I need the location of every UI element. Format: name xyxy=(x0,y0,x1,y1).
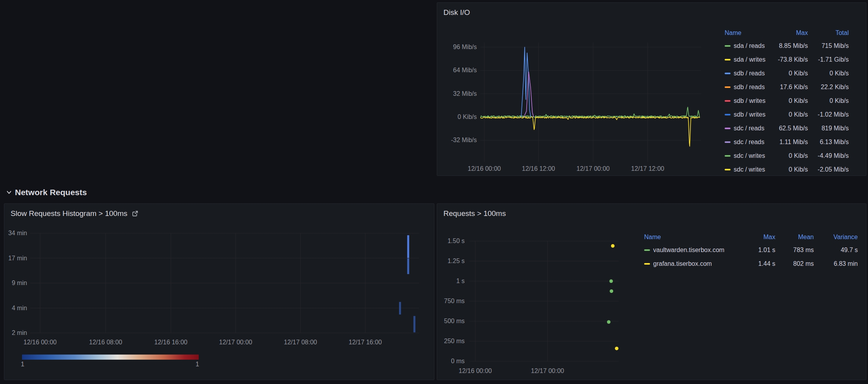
axis-tick-label: 12/16 00:00 xyxy=(459,368,492,374)
panel-title-disk-io[interactable]: Disk I/O xyxy=(443,8,470,17)
axis-tick-label: 12/17 16:00 xyxy=(349,339,382,346)
axis-tick-label: 2 min xyxy=(12,329,27,336)
heatmap-cell xyxy=(399,302,401,315)
legend-value-max: 0 Kib/s xyxy=(770,152,808,159)
legend-header: NameMaxMeanVariance xyxy=(644,231,858,243)
panel-disk-io: 96 Mib/s64 Mib/s32 Mib/s0 Kib/s-32 Mib/s… xyxy=(437,2,866,176)
panel-requests-over-100ms: 1.50 s1.25 s1 s750 ms500 ms250 ms0 ms12/… xyxy=(437,203,866,380)
legend-header-max[interactable]: Max xyxy=(770,29,808,37)
scatter-point xyxy=(610,289,613,293)
legend-row: sdc / reads1.11 Mib/s6.13 Mib/s xyxy=(725,135,849,149)
axis-tick-label: 250 ms xyxy=(444,338,465,344)
legend-row: sdc / writes0 Kib/s-4.49 Mib/s xyxy=(725,149,849,163)
series-color-swatch xyxy=(725,169,731,170)
axis-tick-label: 12/16 00:00 xyxy=(24,339,57,346)
requests-scatter-chart: 1.50 s1.25 s1 s750 ms500 ms250 ms0 ms12/… xyxy=(437,204,866,380)
legend-header-name[interactable]: Name xyxy=(644,234,739,241)
legend-value-total: 715 Mib/s xyxy=(808,42,849,49)
panel-title-slow-requests[interactable]: Slow Requests Histogram > 100ms xyxy=(11,209,127,218)
axis-tick-label: 12/16 12:00 xyxy=(522,165,555,172)
panel-slow-requests-histogram: 34 min17 min9 min4 min2 min12/16 00:0012… xyxy=(4,203,434,380)
section-title: Network Requests xyxy=(15,188,87,197)
axis-tick-label: 1.50 s xyxy=(447,238,465,244)
legend-series-name[interactable]: sdb / writes xyxy=(734,97,765,104)
axis-tick-label: 500 ms xyxy=(444,318,465,324)
legend-value-total: 6.13 Mib/s xyxy=(808,139,849,146)
external-link-icon[interactable] xyxy=(131,210,139,218)
grafana-dashboard: 96 Mib/s64 Mib/s32 Mib/s0 Kib/s-32 Mib/s… xyxy=(0,0,868,384)
legend-value-max: 17.6 Kib/s xyxy=(770,84,808,91)
scatter-point xyxy=(610,280,613,283)
legend-value-max: 1.11 Mib/s xyxy=(770,139,808,146)
legend-header-total[interactable]: Total xyxy=(808,29,849,37)
axis-tick-label: 4 min xyxy=(12,305,27,311)
heatmap-cell xyxy=(407,258,409,274)
axis-tick-label: 1.25 s xyxy=(447,258,465,264)
disk-io-legend: NameMaxTotalsda / reads8.85 Mib/s715 Mib… xyxy=(725,27,849,175)
series-color-swatch xyxy=(725,86,731,88)
series-color-swatch xyxy=(725,73,731,74)
heatmap-cell xyxy=(407,235,409,258)
heatmap-cell xyxy=(414,316,416,333)
legend-header-name[interactable]: Name xyxy=(725,29,770,37)
series-color-swatch xyxy=(725,45,731,47)
scatter-point xyxy=(615,347,619,350)
axis-tick-label: 0 Kib/s xyxy=(458,113,477,120)
legend-series-name[interactable]: sdc / writes xyxy=(734,152,765,159)
legend-value-mean: 783 ms xyxy=(775,247,814,254)
series-color-swatch xyxy=(725,141,731,143)
axis-tick-label: -32 Mib/s xyxy=(451,137,477,143)
legend-series-name[interactable]: sda / writes xyxy=(734,56,765,63)
series-line-2 xyxy=(521,47,531,117)
panel-title-requests[interactable]: Requests > 100ms xyxy=(443,209,506,218)
legend-header: NameMaxTotal xyxy=(725,27,849,39)
legend-series-name[interactable]: sdb / reads xyxy=(734,84,765,91)
axis-tick-label: 32 Mib/s xyxy=(453,90,477,97)
series-color-swatch xyxy=(644,249,650,251)
legend-value-max: 0 Kib/s xyxy=(770,97,808,104)
legend-value-max: 62.5 Mib/s xyxy=(770,125,808,132)
legend-row: sdb / reads17.6 Kib/s22.2 Kib/s xyxy=(725,80,849,94)
legend-header-max[interactable]: Max xyxy=(739,234,775,241)
legend-series-name[interactable]: vaultwarden.tiserbox.com xyxy=(653,247,724,254)
legend-value-max: 8.85 Mib/s xyxy=(770,42,808,49)
legend-series-name[interactable]: sdc / reads xyxy=(734,139,764,146)
axis-tick-label: 0 ms xyxy=(451,358,465,364)
axis-tick-label: 17 min xyxy=(8,255,27,261)
axis-tick-label: 1 s xyxy=(456,278,465,284)
legend-series-name[interactable]: sdc / reads xyxy=(734,125,764,132)
legend-row: sdc / reads62.5 Mib/s819 Mib/s xyxy=(725,121,849,135)
legend-header-mean[interactable]: Mean xyxy=(775,234,814,241)
legend-row: sdc / writes0 Kib/s-2.05 Mib/s xyxy=(725,163,849,175)
colorbar-min-label: 1 xyxy=(21,361,24,368)
series-line-0 xyxy=(480,107,700,117)
legend-series-name[interactable]: sdb / reads xyxy=(734,70,765,77)
legend-value-total: -4.49 Mib/s xyxy=(808,152,849,159)
axis-tick-label: 34 min xyxy=(8,230,27,236)
legend-series-name[interactable]: sdb / writes xyxy=(734,111,765,118)
scatter-point xyxy=(607,320,610,324)
legend-series-name[interactable]: sda / reads xyxy=(734,42,765,49)
axis-tick-label: 750 ms xyxy=(444,298,465,304)
legend-series-name[interactable]: grafana.tiserbox.com xyxy=(653,260,712,267)
section-header-network-requests[interactable]: Network Requests xyxy=(5,187,87,198)
axis-tick-label: 12/17 08:00 xyxy=(284,339,317,346)
series-color-swatch xyxy=(725,114,731,115)
series-color-swatch xyxy=(725,100,731,102)
legend-value-max: 1.01 s xyxy=(739,247,775,254)
legend-value-total: 0 Kib/s xyxy=(808,97,849,104)
legend-value-variance: 6.83 min xyxy=(814,260,858,267)
series-color-swatch xyxy=(725,59,731,60)
legend-value-max: 0 Kib/s xyxy=(770,166,808,173)
chevron-down-icon xyxy=(5,189,13,196)
colorbar-max-label: 1 xyxy=(189,361,199,368)
legend-row: sdb / writes0 Kib/s-1.02 Mib/s xyxy=(725,108,849,121)
legend-value-variance: 49.7 s xyxy=(814,247,858,254)
legend-row: grafana.tiserbox.com1.44 s802 ms6.83 min xyxy=(644,257,858,271)
legend-header-variance[interactable]: Variance xyxy=(814,234,858,241)
axis-tick-label: 12/17 00:00 xyxy=(531,368,564,374)
axis-tick-label: 64 Mib/s xyxy=(453,67,477,73)
axis-tick-label: 12/17 00:00 xyxy=(577,165,610,172)
legend-series-name[interactable]: sdc / writes xyxy=(734,166,765,173)
legend-value-mean: 802 ms xyxy=(775,260,814,267)
